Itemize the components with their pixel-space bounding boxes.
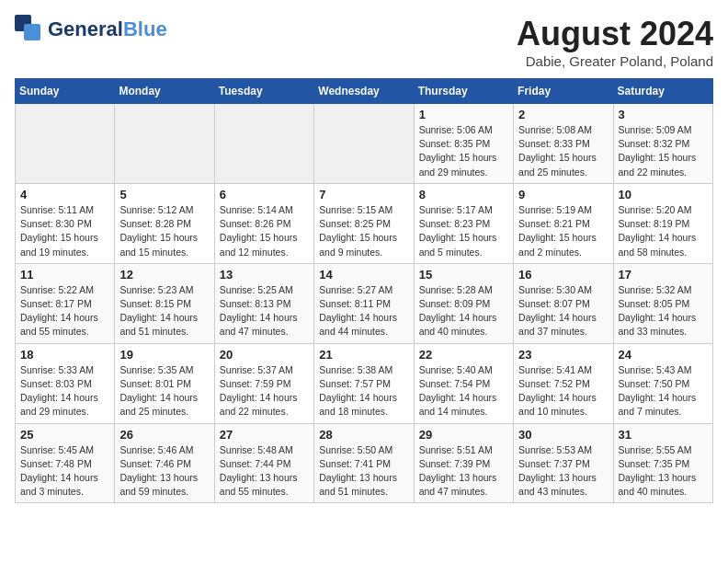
day-info: Sunrise: 5:11 AMSunset: 8:30 PMDaylight:… [20, 203, 109, 259]
day-info: Sunrise: 5:19 AMSunset: 8:21 PMDaylight:… [518, 203, 608, 259]
column-header-sunday: Sunday [16, 79, 115, 104]
day-number: 16 [518, 268, 608, 282]
day-number: 15 [419, 268, 508, 282]
calendar-cell: 15Sunrise: 5:28 AMSunset: 8:09 PMDayligh… [414, 263, 513, 343]
column-header-tuesday: Tuesday [214, 79, 313, 104]
day-number: 13 [220, 268, 309, 282]
calendar-cell: 5Sunrise: 5:12 AMSunset: 8:28 PMDaylight… [115, 183, 214, 263]
column-header-friday: Friday [514, 79, 613, 104]
logo-icon [15, 15, 44, 44]
day-number: 10 [619, 188, 708, 201]
day-info: Sunrise: 5:46 AMSunset: 7:46 PMDaylight:… [119, 443, 209, 500]
day-number: 27 [220, 428, 309, 442]
day-info: Sunrise: 5:30 AMSunset: 8:07 PMDaylight:… [518, 283, 608, 339]
day-number: 25 [20, 428, 109, 442]
day-info: Sunrise: 5:08 AMSunset: 8:33 PMDaylight:… [518, 123, 608, 179]
calendar-table: SundayMondayTuesdayWednesdayThursdayFrid… [15, 78, 713, 503]
day-number: 29 [419, 428, 508, 442]
calendar-cell: 6Sunrise: 5:14 AMSunset: 8:26 PMDaylight… [214, 183, 313, 263]
calendar-cell: 24Sunrise: 5:43 AMSunset: 7:50 PMDayligh… [613, 343, 712, 423]
calendar-cell: 7Sunrise: 5:15 AMSunset: 8:25 PMDaylight… [314, 183, 414, 263]
calendar-cell [314, 104, 414, 184]
calendar-cell: 30Sunrise: 5:53 AMSunset: 7:37 PMDayligh… [514, 423, 613, 503]
svg-rect-1 [24, 24, 40, 40]
day-info: Sunrise: 5:23 AMSunset: 8:15 PMDaylight:… [119, 283, 209, 339]
calendar-cell: 19Sunrise: 5:35 AMSunset: 8:01 PMDayligh… [115, 343, 214, 423]
day-number: 3 [619, 108, 708, 121]
calendar-cell: 26Sunrise: 5:46 AMSunset: 7:46 PMDayligh… [115, 423, 214, 503]
column-header-monday: Monday [115, 79, 214, 104]
calendar-cell: 18Sunrise: 5:33 AMSunset: 8:03 PMDayligh… [16, 343, 115, 423]
column-header-thursday: Thursday [414, 79, 513, 104]
logo-blue: Blue [123, 17, 167, 40]
day-info: Sunrise: 5:28 AMSunset: 8:09 PMDaylight:… [419, 283, 508, 339]
calendar-header-row: SundayMondayTuesdayWednesdayThursdayFrid… [16, 79, 713, 104]
calendar-cell: 9Sunrise: 5:19 AMSunset: 8:21 PMDaylight… [514, 183, 613, 263]
calendar-cell: 3Sunrise: 5:09 AMSunset: 8:32 PMDaylight… [613, 104, 712, 184]
day-number: 8 [419, 188, 508, 201]
day-info: Sunrise: 5:17 AMSunset: 8:23 PMDaylight:… [419, 203, 508, 259]
calendar-cell: 23Sunrise: 5:41 AMSunset: 7:52 PMDayligh… [514, 343, 613, 423]
day-info: Sunrise: 5:45 AMSunset: 7:48 PMDaylight:… [20, 443, 109, 500]
calendar-cell: 11Sunrise: 5:22 AMSunset: 8:17 PMDayligh… [16, 263, 115, 343]
calendar-cell: 25Sunrise: 5:45 AMSunset: 7:48 PMDayligh… [16, 423, 115, 503]
day-info: Sunrise: 5:35 AMSunset: 8:01 PMDaylight:… [119, 363, 209, 419]
day-number: 22 [419, 348, 508, 362]
day-info: Sunrise: 5:15 AMSunset: 8:25 PMDaylight:… [319, 203, 408, 259]
day-number: 11 [20, 268, 109, 282]
day-info: Sunrise: 5:20 AMSunset: 8:19 PMDaylight:… [619, 203, 708, 259]
day-info: Sunrise: 5:22 AMSunset: 8:17 PMDaylight:… [20, 283, 109, 339]
day-info: Sunrise: 5:43 AMSunset: 7:50 PMDaylight:… [619, 363, 708, 419]
day-number: 31 [619, 428, 708, 442]
calendar-week-row: 4Sunrise: 5:11 AMSunset: 8:30 PMDaylight… [16, 183, 713, 263]
day-number: 4 [20, 188, 109, 201]
calendar-cell: 10Sunrise: 5:20 AMSunset: 8:19 PMDayligh… [613, 183, 712, 263]
calendar-cell: 20Sunrise: 5:37 AMSunset: 7:59 PMDayligh… [214, 343, 313, 423]
day-number: 21 [319, 348, 408, 362]
title-area: August 2024 Dabie, Greater Poland, Polan… [517, 15, 713, 69]
main-title: August 2024 [517, 15, 713, 53]
calendar-cell: 17Sunrise: 5:32 AMSunset: 8:05 PMDayligh… [613, 263, 712, 343]
day-number: 5 [119, 188, 209, 201]
day-info: Sunrise: 5:38 AMSunset: 7:57 PMDaylight:… [319, 363, 408, 419]
calendar-cell: 12Sunrise: 5:23 AMSunset: 8:15 PMDayligh… [115, 263, 214, 343]
calendar-week-row: 1Sunrise: 5:06 AMSunset: 8:35 PMDaylight… [16, 104, 713, 184]
logo: GeneralBlue [15, 15, 167, 44]
day-info: Sunrise: 5:14 AMSunset: 8:26 PMDaylight:… [220, 203, 309, 259]
calendar-cell: 2Sunrise: 5:08 AMSunset: 8:33 PMDaylight… [514, 104, 613, 184]
calendar-week-row: 18Sunrise: 5:33 AMSunset: 8:03 PMDayligh… [16, 343, 713, 423]
day-number: 1 [419, 108, 508, 121]
day-number: 24 [619, 348, 708, 362]
calendar-cell [115, 104, 214, 184]
calendar-cell: 22Sunrise: 5:40 AMSunset: 7:54 PMDayligh… [414, 343, 513, 423]
day-number: 19 [119, 348, 209, 362]
day-info: Sunrise: 5:37 AMSunset: 7:59 PMDaylight:… [220, 363, 309, 419]
day-number: 14 [319, 268, 408, 282]
day-number: 18 [20, 348, 109, 362]
calendar-week-row: 11Sunrise: 5:22 AMSunset: 8:17 PMDayligh… [16, 263, 713, 343]
day-number: 30 [518, 428, 608, 442]
day-number: 28 [319, 428, 408, 442]
logo-general: General [48, 17, 123, 40]
calendar-cell: 8Sunrise: 5:17 AMSunset: 8:23 PMDaylight… [414, 183, 513, 263]
calendar-week-row: 25Sunrise: 5:45 AMSunset: 7:48 PMDayligh… [16, 423, 713, 503]
day-number: 9 [518, 188, 608, 201]
subtitle: Dabie, Greater Poland, Poland [517, 53, 713, 69]
calendar-cell: 14Sunrise: 5:27 AMSunset: 8:11 PMDayligh… [314, 263, 414, 343]
column-header-wednesday: Wednesday [314, 79, 414, 104]
calendar-cell: 13Sunrise: 5:25 AMSunset: 8:13 PMDayligh… [214, 263, 313, 343]
calendar-cell: 28Sunrise: 5:50 AMSunset: 7:41 PMDayligh… [314, 423, 414, 503]
calendar-cell: 1Sunrise: 5:06 AMSunset: 8:35 PMDaylight… [414, 104, 513, 184]
day-number: 6 [220, 188, 309, 201]
day-number: 26 [119, 428, 209, 442]
day-number: 12 [119, 268, 209, 282]
day-number: 20 [220, 348, 309, 362]
day-number: 7 [319, 188, 408, 201]
day-info: Sunrise: 5:53 AMSunset: 7:37 PMDaylight:… [518, 443, 608, 500]
day-number: 23 [518, 348, 608, 362]
day-number: 2 [518, 108, 608, 121]
day-info: Sunrise: 5:41 AMSunset: 7:52 PMDaylight:… [518, 363, 608, 419]
calendar-cell [214, 104, 313, 184]
day-info: Sunrise: 5:51 AMSunset: 7:39 PMDaylight:… [419, 443, 508, 500]
day-info: Sunrise: 5:33 AMSunset: 8:03 PMDaylight:… [20, 363, 109, 419]
